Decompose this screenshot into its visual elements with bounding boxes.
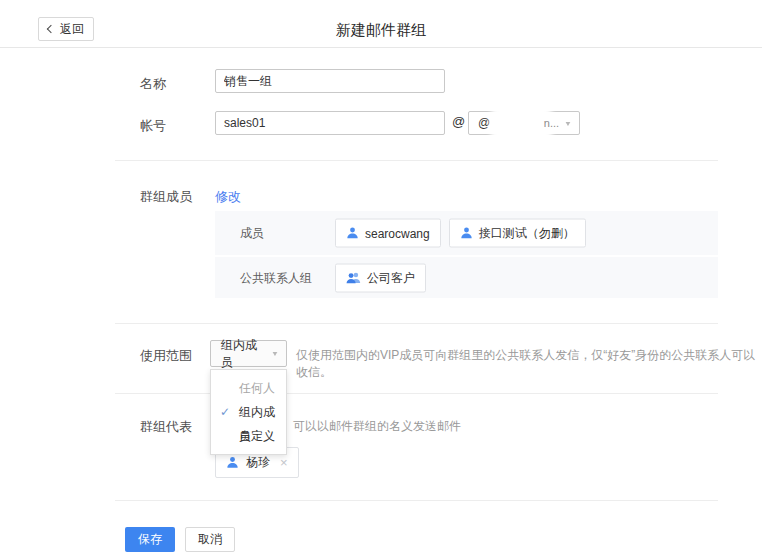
name-input[interactable] [215,69,445,93]
person-icon [460,227,473,240]
section-divider [115,500,718,501]
account-label: 帐号 [140,117,166,135]
people-group-icon [346,271,361,284]
at-separator: @ [452,114,465,129]
representative-chip-label: 杨珍 [246,454,270,471]
page-title: 新建邮件群组 [0,21,762,40]
section-divider [115,393,718,394]
member-chip-label: searocwang [365,226,430,240]
check-icon: ✓ [220,400,230,424]
member-chip: 接口测试（勿删） [449,219,586,248]
domain-at-prefix: @ [478,116,490,130]
domain-suffix-text: n... [544,117,559,129]
account-input[interactable] [215,111,445,135]
header-divider [0,47,762,48]
close-icon[interactable]: × [280,456,288,469]
scope-selected-value: 组内成员 [221,337,266,371]
scope-option-group-members[interactable]: ✓ 组内成员 [211,400,286,424]
member-chip: searocwang [335,219,441,248]
section-divider [115,160,718,161]
domain-select[interactable]: @ n... ▼ [468,111,580,135]
contact-group-chip: 公司客户 [335,263,426,292]
cancel-button[interactable]: 取消 [185,527,235,552]
chevron-down-icon: ▼ [271,350,279,358]
scope-label: 使用范围 [140,347,192,365]
scope-option-custom[interactable]: 自定义 [211,424,286,448]
representative-label: 群组代表 [140,418,192,436]
chevron-down-icon: ▼ [564,119,572,127]
name-label: 名称 [140,75,166,93]
modify-members-link[interactable]: 修改 [215,188,241,206]
person-icon [226,456,239,469]
scope-select[interactable]: 组内成员 ▼ [210,340,287,367]
members-row: 成员 searocwang 接口测试（勿删） [215,211,718,255]
scope-hint-text: 仅使用范围内的VIP成员可向群组里的公共联系人发信，仅“好友”身份的公共联系人可… [296,347,762,381]
scope-option-anyone[interactable]: 任何人 [211,376,286,400]
contact-group-chip-label: 公司客户 [367,269,415,286]
contact-groups-row-label: 公共联系人组 [240,269,312,286]
save-button[interactable]: 保存 [125,527,175,552]
contact-groups-row: 公共联系人组 公司客户 [215,257,718,298]
scope-dropdown-menu: 任何人 ✓ 组内成员 自定义 [210,369,287,455]
members-row-label: 成员 [240,225,264,242]
representative-hint-text: 可以以邮件群组的名义发送邮件 [293,418,461,435]
create-mail-group-page: 返回 新建邮件群组 名称 帐号 @ @ n... ▼ 群组成员 修改 成员 se… [0,0,762,558]
section-divider [115,323,718,324]
person-icon [346,227,359,240]
members-section-label: 群组成员 [140,188,192,206]
member-chip-label: 接口测试（勿删） [479,225,575,242]
